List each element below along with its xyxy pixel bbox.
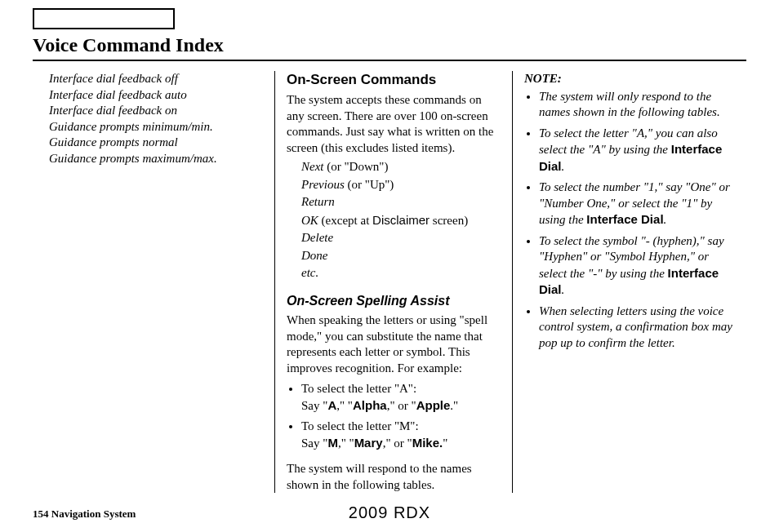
page-container: Voice Command Index Interface dial feedb… — [0, 0, 779, 532]
heading-commands: On-Screen Commands — [287, 71, 501, 89]
spelling-outro: The system will respond to the names sho… — [287, 461, 501, 493]
note-b3-iface: Interface Dial — [586, 212, 663, 226]
bullet-a-Apple: Apple — [416, 398, 451, 412]
top-empty-box — [33, 8, 175, 29]
page-title: Voice Command Index — [33, 34, 746, 61]
note-b3: To select the number "1," say "One" or "… — [539, 180, 738, 228]
bullet-a-say: Say " — [301, 399, 327, 412]
bullet-a-line1: To select the letter "A": — [301, 382, 416, 395]
col1-line: Guidance prompts normal — [49, 135, 263, 151]
bullet-a-sep2: ," or " — [387, 399, 416, 412]
col1-line: Interface dial feedback on — [49, 103, 263, 119]
cmd-next-alt: (or "Down") — [327, 160, 388, 173]
cmd-ok: OK (except at Disclaimer screen) — [301, 212, 501, 229]
col1-line: Guidance prompts minimum/min. — [49, 119, 263, 135]
bullet-m-say: Say " — [301, 437, 327, 450]
cmd-ok-close: screen) — [430, 214, 468, 227]
bullet-m: To select the letter "M": Say "M," "Mary… — [301, 419, 501, 451]
note-label: NOTE: — [524, 71, 738, 87]
command-list: Next (or "Down") Previous (or "Up") Retu… — [287, 159, 501, 282]
cmd-return: Return — [301, 194, 501, 211]
bullet-m-end: " — [443, 437, 447, 450]
cmd-delete: Delete — [301, 230, 501, 246]
note-b3-dot: . — [664, 213, 667, 226]
bullet-m-sep1: ," " — [338, 437, 354, 450]
note-b2-dot: . — [562, 160, 565, 173]
footer-center: 2009 RDX — [0, 503, 779, 522]
bullet-a: To select the letter "A": Say "A," "Alph… — [301, 381, 501, 414]
note-bullets: The system will only respond to the name… — [524, 89, 738, 352]
bullet-a-A: A — [327, 398, 336, 412]
cmd-previous: Previous (or "Up") — [301, 177, 501, 193]
cmd-next: Next (or "Down") — [301, 159, 501, 175]
bullet-m-Mary: Mary — [354, 436, 383, 450]
column-3: NOTE: The system will only respond to th… — [513, 71, 746, 493]
intro-spelling: When speaking the letters or using "spel… — [287, 313, 501, 376]
bullet-a-end: ." — [450, 399, 458, 412]
note-b4: To select the symbol "- (hyphen)," say "… — [539, 233, 738, 299]
bullet-m-sep2: ," or " — [383, 437, 412, 450]
column-2: On-Screen Commands The system accepts th… — [274, 71, 513, 493]
note-b4-dot: . — [562, 283, 565, 296]
bullet-m-line1: To select the letter "M": — [301, 419, 419, 432]
col1-line: Interface dial feedback off — [49, 71, 263, 87]
bullet-a-sep1: ," " — [336, 399, 353, 412]
note-b2: To select the letter "A," you can also s… — [539, 126, 738, 175]
cmd-done: Done — [301, 248, 501, 264]
cmd-next-word: Next — [301, 160, 327, 173]
cmd-prev-word: Previous — [301, 178, 348, 191]
columns: Interface dial feedback off Interface di… — [33, 71, 746, 493]
bullet-m-M: M — [327, 436, 338, 450]
note-b5: When selecting letters using the voice c… — [539, 304, 738, 352]
cmd-ok-open: (except at — [322, 214, 372, 227]
cmd-ok-word: OK — [301, 214, 322, 227]
cmd-prev-alt: (or "Up") — [348, 178, 394, 191]
col1-line: Guidance prompts maximum/max. — [49, 151, 263, 167]
col1-line: Interface dial feedback auto — [49, 87, 263, 104]
column-1: Interface dial feedback off Interface di… — [33, 71, 274, 493]
col1-lines: Interface dial feedback off Interface di… — [49, 71, 263, 166]
note-b1: The system will only respond to the name… — [539, 89, 738, 121]
heading-spelling: On-Screen Spelling Assist — [287, 293, 501, 310]
cmd-ok-disclaimer: Disclaimer — [372, 213, 430, 227]
intro-commands: The system accepts these commands on any… — [287, 92, 501, 156]
bullet-m-Mike: Mike. — [412, 436, 443, 450]
cmd-etc: etc. — [301, 265, 501, 282]
spelling-bullets: To select the letter "A": Say "A," "Alph… — [287, 381, 501, 451]
bullet-a-Alpha: Alpha — [353, 398, 387, 412]
